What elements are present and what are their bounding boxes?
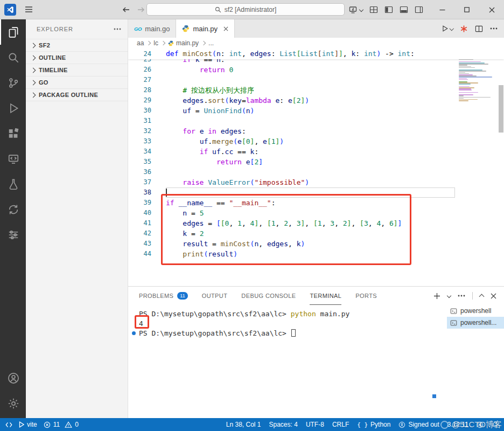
activity-item-testing[interactable] (0, 171, 26, 197)
code-line-32[interactable]: 32 for e in edges: (128, 126, 504, 136)
breadcrumb-item-[interactable]: ... (208, 39, 214, 47)
line-number[interactable]: 43 (128, 239, 166, 249)
activity-item-source-control[interactable] (0, 70, 26, 95)
code-line-43[interactable]: 43 result = minCost(n, edges, k) (128, 239, 504, 249)
more-actions-icon[interactable] (114, 28, 121, 30)
panel-tab-terminal[interactable]: TERMINAL (310, 287, 341, 305)
code-line-25[interactable]: 25 if k == n: (128, 59, 504, 65)
back-icon[interactable] (122, 5, 130, 14)
line-number[interactable]: 24 (128, 48, 166, 59)
line-number[interactable]: 26 (128, 65, 166, 75)
code-line-39[interactable]: 39if __name__ == "__main__": (128, 198, 504, 208)
terminal-profile-1[interactable]: powershell (447, 305, 504, 317)
line-number[interactable]: 31 (128, 116, 166, 126)
line-number[interactable]: 32 (128, 126, 166, 136)
line-number[interactable]: 25 (128, 59, 166, 65)
task-vite[interactable]: vite (19, 421, 37, 428)
code-line-41[interactable]: 41 edges = [[0, 1, 4], [1, 2, 3], [1, 3,… (128, 218, 504, 228)
panel-tab-debug-console[interactable]: DEBUG CONSOLE (241, 287, 296, 305)
indentation[interactable]: Spaces: 4 (269, 421, 298, 428)
code-line-29[interactable]: 29 edges.sort(key=lambda e: e[2]) (128, 95, 504, 106)
code-line-33[interactable]: 33 uf.merge(e[0], e[1]) (128, 136, 504, 147)
breadcrumb-item-main-py[interactable]: main.py (168, 39, 199, 47)
layout-grid-icon[interactable] (369, 5, 378, 14)
eol-sequence[interactable]: CRLF (332, 421, 349, 428)
code-line-34[interactable]: 34 if uf.cc == k: (128, 147, 504, 157)
sidebar-section-sf2[interactable]: SF2 (26, 39, 128, 51)
command-decoration-dot[interactable] (132, 331, 136, 335)
encoding[interactable]: UTF-8 (306, 421, 324, 428)
code-line-40[interactable]: 40 n = 5 (128, 208, 504, 218)
line-number[interactable]: 35 (128, 157, 166, 167)
panel-tab-problems[interactable]: PROBLEMS11 (139, 287, 188, 305)
line-number[interactable]: 29 (128, 95, 166, 106)
maximize-button[interactable] (454, 0, 479, 19)
line-number[interactable]: 33 (128, 136, 166, 147)
code-line-37[interactable]: 37 raise ValueError("impossible") (128, 177, 504, 187)
code-line-31[interactable]: 31 (128, 116, 504, 126)
close-icon[interactable] (223, 26, 228, 31)
red-asterisk-icon[interactable] (460, 25, 468, 33)
terminal-profile-2[interactable]: powershell... (447, 317, 504, 329)
new-terminal-icon[interactable] (433, 293, 440, 300)
sidebar-section-outline[interactable]: OUTLINE (26, 51, 128, 64)
account-status[interactable]: Signed out (398, 421, 439, 428)
more-actions-icon[interactable] (458, 295, 465, 297)
activity-item-run-debug[interactable] (0, 95, 26, 121)
line-number[interactable]: 44 (128, 249, 166, 259)
activity-item-sync[interactable] (0, 197, 26, 222)
line-number[interactable]: 30 (128, 106, 166, 116)
panel-maximize-icon[interactable] (479, 294, 485, 300)
remote-indicator-icon[interactable] (5, 421, 12, 428)
line-number[interactable]: 28 (128, 85, 166, 95)
activity-item-account[interactable] (0, 365, 26, 391)
activity-item-search[interactable] (0, 45, 26, 70)
activity-item-settings[interactable] (0, 391, 26, 416)
forward-icon[interactable] (137, 5, 145, 14)
problems-status[interactable]: 11 0 (44, 421, 79, 428)
launch-profile-icon[interactable] (349, 6, 363, 14)
line-number[interactable]: 40 (128, 208, 166, 218)
line-number[interactable]: 41 (128, 218, 166, 228)
tab-main-py[interactable]: main.py (176, 19, 235, 38)
editor-scrollbar[interactable] (499, 85, 503, 133)
code-line-38[interactable]: 38 (128, 187, 504, 198)
toggle-secondary-sidebar-icon[interactable] (415, 5, 423, 14)
breadcrumb-item-lc[interactable]: lc (153, 39, 158, 47)
sticky-code-line-24[interactable]: 24def minCost(n: int, edges: List[List[i… (128, 48, 504, 59)
more-actions-icon[interactable] (490, 27, 498, 30)
close-window-button[interactable] (479, 0, 504, 19)
panel-tab-ports[interactable]: PORTS (355, 287, 377, 305)
breadcrumb-item-aa[interactable]: aa (137, 39, 144, 47)
activity-item-explorer[interactable] (0, 19, 26, 45)
sidebar-section-timeline[interactable]: TIMELINE (26, 64, 128, 76)
activity-item-extensions[interactable] (0, 121, 26, 146)
toggle-panel-icon[interactable] (400, 5, 408, 14)
activity-item-tools[interactable] (0, 222, 26, 247)
terminal[interactable]: PS D:\mysetup\gopath\src\sf2\aa\lc> pyth… (128, 305, 446, 418)
line-number[interactable]: 37 (128, 177, 166, 187)
sticky-scroll-line[interactable]: 24def minCost(n: int, edges: List[List[i… (128, 48, 504, 59)
command-center-search[interactable]: sf2 [Administrator] (146, 3, 345, 16)
run-button[interactable] (441, 25, 453, 32)
code-line-30[interactable]: 30 uf = UnionFind(n) (128, 106, 504, 116)
terminal-dropdown-icon[interactable] (447, 294, 451, 298)
line-number[interactable]: 27 (128, 75, 166, 85)
code-editor[interactable]: 24def minCost(n: int, edges: List[List[i… (128, 48, 504, 286)
menu-icon[interactable] (25, 6, 33, 13)
code-line-36[interactable]: 36 (128, 167, 504, 177)
activity-item-remote[interactable] (0, 146, 26, 171)
code-line-26[interactable]: 26 return 0 (128, 65, 504, 75)
tab-main-go[interactable]: GOmain.go (128, 19, 176, 38)
line-number[interactable]: 34 (128, 147, 166, 157)
panel-close-icon[interactable] (491, 293, 496, 299)
language-mode[interactable]: { } Python (357, 421, 390, 428)
cursor-position[interactable]: Ln 38, Col 1 (226, 421, 261, 428)
line-number[interactable]: 38 (128, 187, 166, 198)
split-editor-icon[interactable] (475, 25, 483, 33)
code-line-28[interactable]: 28 # 按边权从小到大排序 (128, 85, 504, 95)
sidebar-section-go[interactable]: GO (26, 76, 128, 88)
code-line-44[interactable]: 44 print(result) (128, 249, 504, 259)
line-number[interactable]: 39 (128, 198, 166, 208)
code-line-42[interactable]: 42 k = 2 (128, 228, 504, 239)
